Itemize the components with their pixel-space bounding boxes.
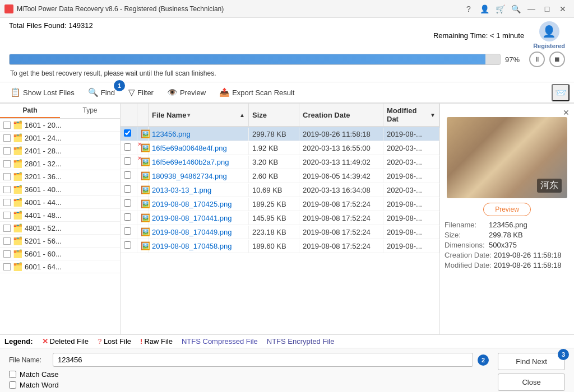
tree-item-checkbox[interactable] [3,263,11,270]
export-button[interactable]: 📤 Export Scan Result [214,85,300,100]
row-filename-col: 2019-08-08_170458.png [149,240,249,253]
preview-action-button[interactable]: Preview [483,203,531,216]
tree-item-checkbox[interactable] [3,147,11,155]
file-type-icon: 🖼️ [141,171,150,180]
tree-item[interactable]: 🗂️ 2401 - 28... [0,144,120,157]
preview-panel: ✕ 河东 Preview Filename: 123456.png Size: … [439,104,574,334]
table-row[interactable]: 🖼️ 2019-08-08_170458.png 189.60 KB 2019-… [121,239,439,253]
row-checkbox[interactable] [124,171,131,179]
tree-item[interactable]: 🗂️ 3201 - 36... [0,170,120,183]
match-word-checkbox[interactable] [9,381,16,389]
progress-bar-fill [10,54,485,64]
row-filename[interactable]: 123456.png [152,130,191,138]
tree-item[interactable]: 🗂️ 1601 - 20... [0,119,120,132]
row-modified: 2019-06-... [383,170,439,183]
find-next-button[interactable]: Find Next 3 [498,353,565,370]
tree-item[interactable]: 🗂️ 3601 - 40... [0,183,120,196]
folder-icon: 🗂️ [13,120,22,129]
tab-type[interactable]: Type [60,104,120,118]
row-filename[interactable]: 2019-08-08_170441.png [152,214,232,222]
table-row[interactable]: 🖼️ 123456.png 299.78 KB 2019-08-26 11:58… [121,127,439,141]
row-filename[interactable]: 180938_94862734.png [152,172,227,180]
row-checkbox[interactable] [124,199,131,207]
match-case-checkbox[interactable] [9,371,16,378]
cart-button[interactable]: 🛒 [493,2,507,16]
row-filename[interactable]: 2019-08-08_170449.png [152,228,232,236]
legend-ntfs-compressed-label: NTFS Compressed File [182,337,258,346]
tree-item[interactable]: 🗂️ 4801 - 52... [0,222,120,235]
preview-close-button[interactable]: ✕ [563,108,570,117]
row-filename[interactable]: 2019-08-08_170458.png [152,242,232,250]
row-checkbox[interactable] [124,213,131,221]
preview-image: 河东 [447,117,567,198]
header-size[interactable]: Size [249,104,299,126]
show-lost-files-button[interactable]: 📋 Show Lost Files [4,85,80,100]
tree-item-checkbox[interactable] [3,212,11,219]
table-row[interactable]: 🖼️ 2019-08-08_170449.png 223.18 KB 2019-… [121,225,439,239]
tree-item-label: 4801 - 52... [25,224,117,232]
step2-badge: 2 [478,354,489,366]
file-type-icon: 🖼️ [141,227,150,236]
tree-item-checkbox[interactable] [3,173,11,180]
table-row[interactable]: 🖼️ 2019-08-08_170425.png 189.25 KB 2019-… [121,197,439,211]
help-button[interactable]: ? [462,2,475,16]
total-files-info: Total Files Found: 149312 [9,21,93,49]
tree-item-checkbox[interactable] [3,250,11,258]
search-button[interactable]: 🔍 [509,2,522,16]
tree-item-checkbox[interactable] [3,160,11,167]
tree-item-checkbox[interactable] [3,134,11,142]
row-checkbox[interactable] [124,157,131,165]
legend-lost-label: Lost File [104,337,131,346]
tree-item-checkbox[interactable] [3,237,11,245]
tree-item[interactable]: 🗂️ 6001 - 64... [0,260,120,273]
row-checkbox[interactable] [124,143,131,151]
user-area: 👤 Registered [533,21,565,49]
tree-item-checkbox[interactable] [3,225,11,232]
scroll-up-icon[interactable]: ▲ [239,112,245,118]
find-button[interactable]: 🔍 Find 1 [82,85,121,100]
close-search-button[interactable]: Close [498,374,565,391]
tree-item-checkbox[interactable] [3,186,11,193]
account-button[interactable]: 👤 [478,2,491,16]
tab-path[interactable]: Path [0,104,60,118]
tree-item[interactable]: 🗂️ 4401 - 48... [0,209,120,222]
row-filename[interactable]: 16f5e69a00648e4f.png [152,144,227,152]
export-icon: 📤 [219,87,230,97]
row-filename[interactable]: 16f5e69e1460b2a7.png [152,158,229,166]
header-creation[interactable]: Creation Date [299,104,383,126]
pause-button[interactable]: ⏸ [529,52,545,67]
find-icon: 🔍 [88,87,99,97]
preview-toolbar-button[interactable]: 👁️ Preview [161,85,211,100]
row-checkbox[interactable] [124,227,131,235]
tree-item-checkbox[interactable] [3,199,11,206]
file-name-input[interactable] [53,353,473,367]
maximize-button[interactable]: □ [540,2,554,16]
progress-area: 97% ⏸ ⏹ To get the best recovery result,… [0,50,574,82]
scroll-down-icon[interactable]: ▼ [430,112,436,118]
header-filename[interactable]: File Name ▾ ▲ [149,104,249,126]
tree-item[interactable]: 🗂️ 2801 - 32... [0,157,120,170]
row-checkbox[interactable] [124,185,131,193]
row-filename[interactable]: 2019-08-08_170425.png [152,200,232,208]
tree-item-checkbox[interactable] [3,122,11,129]
table-row[interactable]: 🖼️ 2019-08-08_170441.png 145.95 KB 2019-… [121,211,439,225]
close-button[interactable]: ✕ [556,2,570,16]
share-button[interactable]: 📨 [552,84,570,101]
header-modified[interactable]: Modified Dat ▼ [383,104,439,126]
table-row[interactable]: 🖼️ 180938_94862734.png 2.60 KB 2019-06-0… [121,169,439,183]
table-row[interactable]: 🖼️ ✕ 16f5e69a00648e4f.png 1.92 KB 2020-0… [121,141,439,155]
tree-item[interactable]: 🗂️ 5601 - 60... [0,248,120,260]
tree-item[interactable]: 🗂️ 4001 - 44... [0,196,120,209]
tree-item[interactable]: 🗂️ 2001 - 24... [0,132,120,144]
row-checkbox[interactable] [124,241,131,249]
table-row[interactable]: 🖼️ ✕ 16f5e69e1460b2a7.png 3.20 KB 2020-0… [121,155,439,169]
row-creation: 2019-08-08 17:52:24 [299,226,383,239]
row-filename[interactable]: 2013-03-13_1.png [152,186,211,194]
table-row[interactable]: 🖼️ 2013-03-13_1.png 10.69 KB 2020-03-13 … [121,183,439,197]
minimize-button[interactable]: — [525,2,538,16]
filter-button[interactable]: ▽ Filter [123,85,159,100]
row-checkbox[interactable] [124,129,131,137]
preview-creation-value: 2019-08-26 11:58:18 [494,251,562,259]
stop-button[interactable]: ⏹ [549,52,565,67]
tree-item[interactable]: 🗂️ 5201 - 56... [0,235,120,248]
